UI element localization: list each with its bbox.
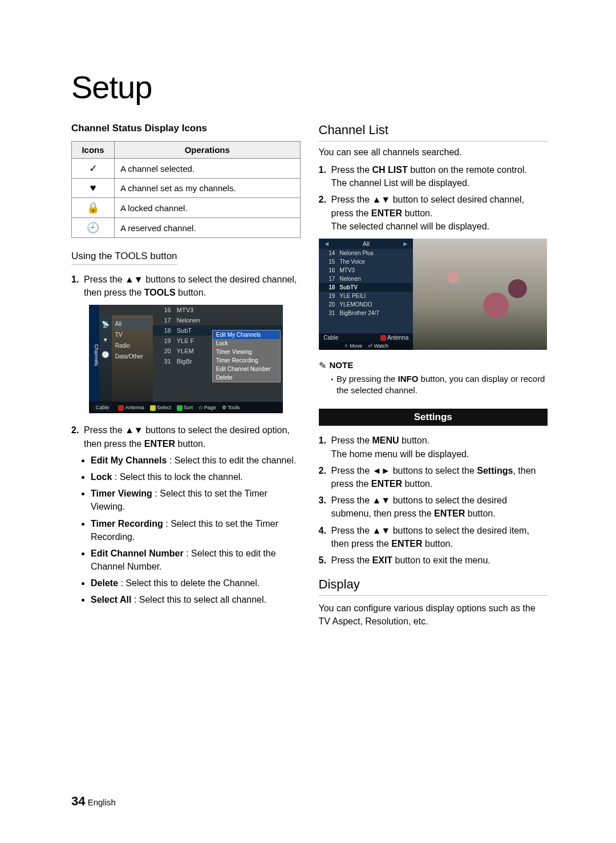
cable-label: Cable: [92, 404, 113, 412]
t: Press the: [331, 435, 372, 445]
screenshot-channel-list: ◄ All ► 14Nelonen Plus 15The Voice 16MTV…: [319, 239, 547, 350]
n: 15: [323, 259, 335, 265]
tools-heading: Using the TOOLS button: [71, 251, 177, 265]
table-row: 🔒 A locked channel.: [72, 198, 301, 218]
n: 16: [323, 267, 335, 273]
exit-word: EXIT: [372, 555, 393, 565]
settings-word: Settings: [477, 466, 513, 475]
t: Select: [157, 405, 171, 410]
channel-list-heading: Channel List: [319, 123, 548, 138]
bullet: Timer Viewing : Select this to set the T…: [91, 487, 301, 513]
preview-image: [413, 239, 547, 350]
t: Move: [350, 343, 362, 349]
op-text: A channel selected.: [115, 159, 301, 179]
n: 20: [157, 348, 171, 354]
t: button.: [402, 208, 432, 218]
bullet: Edit My Channels : Select this to edit t…: [91, 454, 301, 467]
divider: [319, 141, 548, 142]
bullet: Edit Channel Number : Select this to edi…: [91, 547, 301, 573]
t: Tools: [228, 405, 240, 410]
t: : Select this to delete the Channel.: [118, 578, 260, 588]
step-number: 4.: [319, 524, 331, 550]
t: The selected channel will be displayed.: [331, 221, 490, 231]
name: Nelonen Plus: [339, 250, 373, 256]
t: Press the: [331, 495, 372, 505]
note-label: NOTE: [330, 360, 354, 370]
tab-label: All: [363, 240, 370, 247]
lang: English: [88, 797, 116, 807]
step-number: 3.: [319, 494, 331, 520]
tools-word: TOOLS: [144, 288, 176, 297]
t: : Select this to lock the channel.: [112, 472, 242, 482]
arrows-ud-icon: ▲▼: [125, 275, 143, 284]
menu-item: Timer Viewing: [213, 348, 280, 356]
t: button.: [402, 479, 432, 489]
step-number: 5.: [319, 554, 331, 567]
b: Lock: [91, 472, 112, 482]
b: Edit My Channels: [91, 455, 167, 465]
t: button.: [176, 288, 206, 297]
t: : Select this to select all channel.: [131, 595, 266, 604]
name: BigBr: [177, 358, 192, 365]
menu-word: MENU: [372, 435, 399, 445]
th-operations: Operations: [115, 142, 301, 159]
n: 34: [71, 794, 85, 808]
t: : Select this to edit the channel.: [167, 455, 296, 465]
n: 14: [323, 250, 335, 256]
name: YLEM: [177, 348, 194, 354]
th-icons: Icons: [72, 142, 115, 159]
op-text: A channel set as my channels.: [115, 179, 301, 198]
footer-bar: Cable Antenna Select Sort ◇ Page ⚙ Tools: [89, 402, 283, 413]
t: Cable: [323, 334, 338, 341]
name: SubT: [177, 327, 192, 334]
t: Press the: [84, 275, 125, 284]
bullet: Delete : Select this to delete the Chann…: [91, 576, 301, 590]
arrows-ud-icon: ▲▼: [372, 195, 391, 204]
check-icon: ✓: [72, 159, 115, 179]
step-number: 2.: [71, 423, 84, 450]
b: Edit Channel Number: [91, 548, 184, 558]
t: Press the: [331, 555, 372, 565]
t: Sort: [184, 405, 193, 410]
bullet: Select All : Select this to select all c…: [91, 593, 301, 606]
display-body: You can configure various display option…: [319, 602, 548, 628]
chevron-right-icon: ►: [402, 240, 408, 247]
enter-word: ENTER: [434, 509, 465, 518]
heart-icon: ♥: [72, 179, 115, 198]
step-number: 1.: [319, 163, 331, 189]
note-text: By pressing the INFO button, you can dis…: [337, 373, 548, 397]
name: YLE PEILI: [339, 293, 366, 299]
step-body: Press the ▲▼ button to select desired ch…: [331, 193, 548, 233]
step-body: Press the MENU button. The home menu wil…: [331, 434, 548, 460]
name: YLEMONDO: [339, 301, 372, 308]
step-body: Press the ▲▼ buttons to select the desir…: [331, 524, 548, 550]
icons-heading: Channel Status Display Icons: [71, 123, 301, 134]
chevron-left-icon: ◄: [323, 240, 330, 247]
n: 16: [157, 306, 171, 313]
b: Timer Viewing: [91, 489, 152, 498]
t: Press the: [331, 526, 372, 535]
step-number: 2.: [319, 464, 331, 490]
op-text: A reserved channel.: [115, 218, 301, 238]
t: buttons to select the: [390, 466, 477, 475]
b: Delete: [91, 578, 118, 588]
n: 17: [323, 276, 335, 282]
b: Timer Recording: [91, 519, 163, 529]
step-body: Press the ▲▼ buttons to select the desir…: [84, 273, 301, 299]
name: Nelonen: [339, 276, 360, 282]
t: Antenna: [387, 334, 408, 341]
n: 20: [323, 301, 335, 308]
heart-icon: ♥: [103, 336, 107, 343]
page-title: Setup: [71, 68, 548, 106]
name: MTV3: [339, 267, 355, 273]
t: button to exit the menu.: [392, 555, 491, 565]
n: 19: [157, 337, 171, 344]
cat-item: Radio: [114, 340, 151, 351]
enter-word: ENTER: [371, 479, 402, 489]
cat-item: All: [114, 318, 151, 329]
step-number: 1.: [319, 434, 331, 460]
t: Page: [204, 405, 216, 410]
n: 19: [323, 293, 335, 299]
enter-word: ENTER: [144, 439, 175, 449]
bullet-icon: ▪: [331, 376, 334, 397]
